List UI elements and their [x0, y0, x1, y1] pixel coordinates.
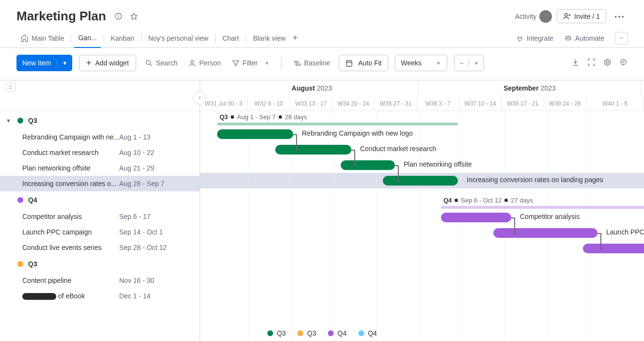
star-icon[interactable] — [128, 11, 140, 22]
legend-item: Q4 — [358, 329, 377, 337]
gantt-body[interactable]: Q3Aug 1 - Sep 728 daysRebranding Campaig… — [200, 111, 644, 341]
task-date: Aug 10 - 22 — [119, 149, 154, 156]
task-date: Nov 16 - 30 — [119, 277, 154, 284]
task-date: Sep 28 - Oct 12 — [119, 244, 167, 251]
task-date: Sep 6 - 17 — [119, 213, 151, 220]
gantt-bar[interactable] — [275, 145, 351, 155]
gantt-bar[interactable] — [341, 160, 395, 170]
tab-chart[interactable]: Chart — [219, 29, 243, 48]
task-row[interactable]: Conduct market researchAug 10 - 22 — [0, 145, 200, 160]
task-row[interactable]: Content pipelineNov 16 - 30 — [0, 273, 200, 288]
more-icon[interactable]: ⋯ — [611, 10, 628, 23]
svg-point-12 — [146, 60, 151, 64]
gantt-bar[interactable] — [441, 213, 511, 222]
task-row[interactable]: Rebranding Campaign with ne...Aug 1 - 13 — [0, 129, 200, 145]
group-row[interactable]: Q4 — [0, 191, 200, 209]
svg-marker-3 — [131, 13, 138, 19]
task-date: Sep 14 - Oct 1 — [119, 228, 163, 236]
task-date: Aug 1 - 13 — [119, 133, 151, 141]
search-button[interactable]: Search — [143, 59, 179, 67]
info-icon[interactable] — [113, 11, 125, 22]
group-row[interactable]: Q3 — [0, 255, 200, 273]
tab-kanban[interactable]: Kanban — [107, 29, 138, 48]
expand-icon[interactable] — [587, 58, 596, 68]
group-summary-label: Q3Aug 1 - Sep 728 days — [220, 113, 307, 121]
task-row[interactable]: Conduct live events seriesSep 28 - Oct 1… — [0, 240, 200, 255]
task-row[interactable]: Plan networking offsiteAug 21 - 29 — [0, 160, 200, 176]
person-icon — [188, 59, 196, 67]
legend: Q3Q3Q4Q4 — [267, 329, 377, 337]
new-item-button[interactable]: New Item▼ — [16, 55, 72, 71]
collapse-pane-button[interactable] — [193, 91, 206, 105]
timescale-select[interactable]: Weeks▼ — [395, 55, 447, 71]
legend-item: Q4 — [328, 329, 347, 337]
month-header: September 2023 — [419, 80, 641, 96]
tab-main-table[interactable]: Main Table — [16, 29, 68, 48]
calendar-icon — [345, 59, 353, 67]
add-widget-button[interactable]: +Add widget — [79, 55, 136, 71]
task-date: Aug 21 - 29 — [119, 164, 154, 172]
task-row[interactable]: of eBookDec 1 - 14 — [0, 288, 200, 304]
filter-icon — [232, 59, 240, 67]
invite-icon — [563, 12, 571, 20]
svg-marker-15 — [233, 61, 239, 66]
search-icon — [145, 59, 153, 67]
gantt-bar-label: Plan networking offsite — [404, 160, 472, 168]
task-name: Plan networking offsite — [22, 164, 119, 172]
avatar — [539, 10, 552, 23]
week-header: W38 17 - 21 — [502, 96, 544, 111]
task-date: Aug 28 - Sep 7 — [119, 180, 164, 187]
filter-button[interactable]: Filter▼ — [230, 59, 271, 67]
task-row[interactable]: Launch PPC campaignSep 14 - Oct 1 — [0, 224, 200, 240]
svg-point-10 — [569, 38, 569, 39]
group-row[interactable]: ▼Q3 — [0, 112, 200, 129]
svg-point-22 — [606, 61, 608, 63]
add-tab-button[interactable]: + — [289, 33, 301, 43]
gantt-bar-label: Conduct market research — [360, 145, 436, 153]
gantt-bar-label: Increasing conversion rates on landing p… — [467, 176, 603, 184]
task-name: Launch PPC campaign — [22, 228, 119, 236]
comment-icon[interactable] — [619, 58, 628, 68]
week-header: W36 3 - 7 — [417, 96, 459, 111]
task-list-pane: ▼Q3Rebranding Campaign with ne...Aug 1 -… — [0, 80, 200, 341]
group-summary-bar[interactable] — [441, 206, 644, 209]
robot-icon — [564, 34, 572, 42]
svg-rect-18 — [346, 61, 352, 66]
collapse-header-button[interactable] — [615, 32, 628, 45]
tab-gantt[interactable]: Gan... — [74, 29, 100, 48]
invite-label: Invite / 1 — [574, 13, 600, 20]
task-row[interactable]: Increasing conversion rates o...Aug 28 -… — [0, 176, 200, 191]
task-date: Dec 1 - 14 — [119, 292, 151, 300]
person-filter-button[interactable]: Person — [186, 59, 222, 67]
automate-button[interactable]: Automate — [564, 34, 604, 42]
gantt-bar[interactable] — [583, 244, 644, 253]
home-icon — [20, 34, 29, 42]
gantt-bar[interactable] — [217, 129, 293, 139]
gantt-bar[interactable] — [383, 176, 458, 186]
zoom-out-button[interactable]: − — [455, 59, 469, 67]
baseline-button[interactable]: Baseline — [291, 59, 332, 67]
zoom-control: − + — [454, 55, 484, 71]
invite-button[interactable]: Invite / 1 — [557, 9, 606, 23]
integrate-button[interactable]: Integrate — [516, 34, 553, 42]
chevron-down-icon[interactable]: ▼ — [57, 60, 72, 66]
timeline-header: August 2023September 2023 W31 Jul 30 - 3… — [200, 80, 644, 111]
task-name: Competitor analysis — [22, 213, 119, 220]
zoom-in-button[interactable]: + — [469, 59, 484, 67]
autofit-button[interactable]: Auto Fit — [339, 55, 388, 71]
settings-icon[interactable] — [603, 58, 612, 68]
collapse-groups-button[interactable] — [6, 82, 16, 92]
svg-rect-16 — [294, 61, 298, 62]
task-row[interactable]: Competitor analysisSep 6 - 17 — [0, 209, 200, 224]
tab-personal[interactable]: Noy's personal view — [144, 29, 212, 48]
gantt-bar[interactable] — [493, 228, 597, 238]
task-name: Rebranding Campaign with ne... — [22, 133, 119, 141]
activity-button[interactable]: Activity — [515, 10, 552, 23]
group-summary-bar[interactable] — [217, 123, 458, 125]
tab-blank[interactable]: Blank view — [249, 29, 289, 48]
legend-item: Q3 — [267, 329, 286, 337]
download-icon[interactable] — [571, 58, 580, 68]
gantt-bar-label: Launch PPC ( — [606, 228, 644, 236]
week-header: W35 27 - 31 — [375, 96, 417, 111]
task-name: Content pipeline — [22, 277, 119, 284]
